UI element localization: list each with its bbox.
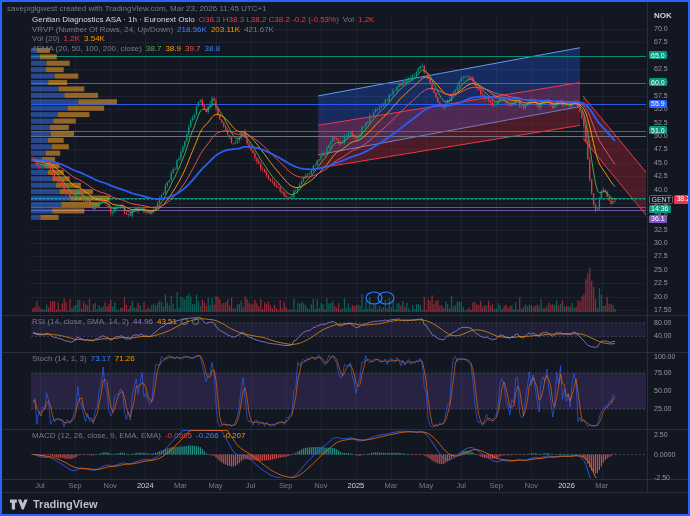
rsi-legend-row[interactable]: RSI (14, close, SMA, 14, 2) 44.96 43.51 — [32, 317, 199, 326]
price-tick: 62.5 — [654, 65, 668, 72]
macd-hist-value: -0.0595 — [165, 431, 192, 440]
footer: TradingView — [2, 493, 688, 515]
price-tick: 20.0 — [654, 293, 668, 300]
time-tick-2024: 2024 — [137, 481, 154, 490]
macd-line-value: -0.266 — [196, 431, 219, 440]
time-tick-nov: Nov — [314, 481, 327, 490]
time-tick-jul: Jul — [456, 481, 466, 490]
rsi-axis-label: 80.00 — [654, 319, 672, 326]
symbol-tag: GENT — [649, 195, 673, 204]
rsi-dot-icon[interactable] — [181, 318, 188, 325]
time-tick-mar: Mar — [385, 481, 398, 490]
price-tick: 42.5 — [654, 172, 668, 179]
rsi-axis-label: 40.00 — [654, 332, 672, 339]
price-tick: 32.5 — [654, 226, 668, 233]
time-tick-may: May — [419, 481, 433, 490]
price-level-label: 51.0 — [649, 126, 667, 134]
vol-label: Vol — [343, 15, 354, 25]
time-tick-jul: Jul — [246, 481, 256, 490]
macd-axis-label: -2.50 — [654, 474, 670, 481]
macd-legend-row[interactable]: MACD (12, 26, close, 9, EMA, EMA) -0.059… — [32, 431, 245, 440]
time-tick-sep: Sep — [68, 481, 81, 490]
price-tick: 22.5 — [654, 279, 668, 286]
vrvp-up-value: 218.56K — [177, 25, 207, 35]
time-tick-2025: 2025 — [348, 481, 365, 490]
main-legend: Gentian Diagnostics ASA · 1h · Euronext … — [32, 15, 374, 53]
stoch-axis-label: 50.00 — [654, 387, 672, 394]
time-tick-may: May — [208, 481, 222, 490]
macd-signal-value: -0.207 — [223, 431, 246, 440]
time-tick-mar: Mar — [174, 481, 187, 490]
stoch-axis-label: 25.00 — [654, 405, 672, 412]
vrvp-label: VRVP (Number Of Rows, 24, Up/Down) — [32, 25, 173, 35]
time-axis[interactable]: JulSepNov2024MarMayJulSepNov2025MarMayJu… — [2, 480, 647, 492]
macd-axis-label: 0.0000 — [654, 451, 675, 458]
vrvp-total-value: 421.67K — [244, 25, 274, 35]
ema-legend-row[interactable]: 4EMA (20, 50, 100, 200, close) 38.7 38.9… — [32, 44, 374, 54]
time-tick-2026: 2026 — [558, 481, 575, 490]
price-tick: 70.0 — [654, 25, 668, 32]
macd-label: MACD (12, 26, close, 9, EMA, EMA) — [32, 431, 161, 440]
rsi-label: RSI (14, close, SMA, 14, 2) — [32, 317, 129, 326]
vol-value: 1.2K — [358, 15, 374, 25]
current-price-label: GENT38.2 — [649, 195, 690, 204]
ohlc-values: O38.3 H38.3 L38.2 C38.2 -0.2 (-0.53%) — [199, 15, 339, 25]
price-tick: 47.5 — [654, 145, 668, 152]
price-tick: 25.0 — [654, 266, 668, 273]
price-tick: 52.5 — [654, 119, 668, 126]
time-tick-nov: Nov — [104, 481, 117, 490]
price-level-label: 36.1 — [649, 215, 667, 223]
ema50-value: 38.9 — [165, 44, 181, 54]
price-tick: 45.0 — [654, 159, 668, 166]
stoch-axis-label: 100.00 — [654, 353, 675, 360]
ema20-value: 38.7 — [146, 44, 162, 54]
tradingview-brand-text: TradingView — [33, 498, 98, 510]
time-tick-nov: Nov — [525, 481, 538, 490]
price-tick: 67.5 — [654, 38, 668, 45]
attribution-text: savepiglgwest created with TradingView.c… — [7, 4, 267, 13]
price-tick: 27.5 — [654, 252, 668, 259]
price-tick: 40.0 — [654, 186, 668, 193]
price-level-label: 55.9 — [649, 100, 667, 108]
price-tick: 57.5 — [654, 92, 668, 99]
time-tick-jul: Jul — [35, 481, 45, 490]
rsi-sma-value: 43.51 — [157, 317, 177, 326]
time-tick-sep: Sep — [490, 481, 503, 490]
vol20-label: Vol (20) — [32, 34, 60, 44]
price-level-label: 65.0 — [649, 51, 667, 59]
vrvp-legend-row[interactable]: VRVP (Number Of Rows, 24, Up/Down) 218.5… — [32, 25, 374, 35]
stoch-label: Stoch (14, 1, 3) — [32, 354, 87, 363]
macd-axis-label: 2.50 — [654, 431, 668, 438]
tradingview-logo[interactable]: TradingView — [10, 498, 98, 510]
ema-label: 4EMA (20, 50, 100, 200, close) — [32, 44, 142, 54]
vol20-legend-row[interactable]: Vol (20) 1.2K 3.54K — [32, 34, 374, 44]
price-level-label: 14:36 — [649, 205, 671, 213]
stoch-k-value: 73.17 — [91, 354, 111, 363]
symbol-legend-row[interactable]: Gentian Diagnostics ASA · 1h · Euronext … — [32, 15, 374, 25]
price-axis[interactable]: NOK 70.067.565.062.560.057.555.052.550.0… — [648, 2, 690, 492]
price-tick: 30.0 — [654, 239, 668, 246]
price-level-label: 60.0 — [649, 78, 667, 86]
time-tick-sep: Sep — [279, 481, 292, 490]
symbol-title: Gentian Diagnostics ASA · 1h · Euronext … — [32, 15, 195, 25]
stoch-legend-row[interactable]: Stoch (14, 1, 3) 73.17 71.26 — [32, 354, 135, 363]
vol20-ma-value: 3.54K — [84, 34, 105, 44]
vrvp-down-value: 203.11K — [211, 25, 240, 35]
time-tick-mar: Mar — [595, 481, 608, 490]
ema100-value: 39.7 — [185, 44, 201, 54]
tradingview-chart-snapshot: savepiglgwest created with TradingView.c… — [0, 0, 690, 516]
currency-label: NOK — [654, 11, 672, 20]
stoch-axis-label: 75.00 — [654, 369, 672, 376]
rsi-dot-icon[interactable] — [192, 318, 199, 325]
tradingview-mark-icon — [10, 499, 28, 510]
stoch-d-value: 71.26 — [115, 354, 135, 363]
ema200-value: 38.8 — [205, 44, 221, 54]
vol20-value: 1.2K — [64, 34, 80, 44]
price-tick: 17.50 — [654, 306, 672, 313]
rsi-value: 44.96 — [133, 317, 153, 326]
